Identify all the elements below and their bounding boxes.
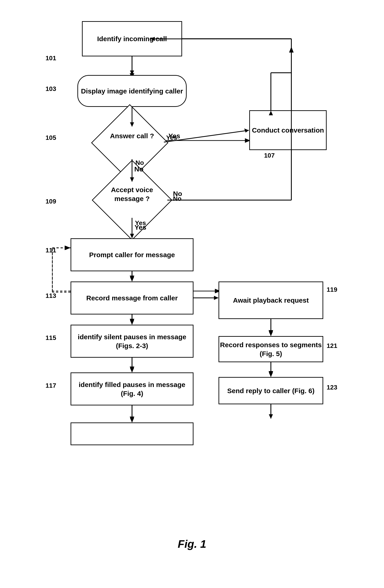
- ref-115: 115: [45, 334, 56, 341]
- ref-111: 111: [45, 247, 56, 254]
- accept-voice-label: Accept voice message ?: [111, 186, 153, 202]
- record-message-label: Record message from caller: [86, 294, 178, 302]
- ref-103: 103: [45, 85, 56, 93]
- ref-117: 117: [45, 382, 56, 389]
- display-image-label: Display image identifying caller: [81, 87, 183, 96]
- ref-109: 109: [45, 198, 56, 205]
- identify-call-label: Identify incoming call: [97, 34, 167, 43]
- svg-marker-12: [289, 47, 294, 53]
- await-playback-box: Await playback request: [219, 281, 323, 319]
- accept-yes-label: Yes: [135, 219, 146, 227]
- figure-caption: Fig. 1: [0, 538, 384, 550]
- accept-voice-diamond-container: Accept voice message ?: [98, 182, 166, 218]
- answer-yes-label: Yes: [166, 134, 177, 141]
- record-responses-box: Record responses to segments (Fig. 5): [219, 336, 323, 362]
- conduct-conversation-label: Conduct conversation: [252, 126, 324, 135]
- identify-filled-label: identify filled pauses in message (Fig. …: [71, 380, 193, 398]
- prompt-caller-label: Prompt caller for message: [89, 250, 175, 259]
- identify-silent-box: identify silent pauses in message (Figs.…: [70, 325, 193, 358]
- answer-call-label: Answer call ?: [110, 132, 154, 140]
- record-responses-label: Record responses to segments (Fig. 5): [219, 340, 322, 358]
- svg-marker-34: [269, 330, 273, 336]
- flow-arrows: [0, 0, 384, 557]
- prompt-caller-box: Prompt caller for message: [70, 238, 193, 271]
- await-playback-label: Await playback request: [233, 296, 309, 305]
- svg-marker-28: [130, 319, 134, 325]
- svg-marker-20: [130, 275, 134, 281]
- svg-marker-30: [130, 367, 134, 373]
- identify-filled-box: identify filled pauses in message (Fig. …: [70, 373, 193, 405]
- accept-no-label: No: [173, 195, 181, 202]
- ref-119: 119: [327, 286, 337, 293]
- identify-silent-label: identify silent pauses in message (Figs.…: [71, 333, 193, 350]
- send-reply-label: Send reply to caller (Fig. 6): [227, 386, 314, 395]
- svg-marker-32: [130, 417, 134, 422]
- send-reply-box: Send reply to caller (Fig. 6): [219, 377, 323, 404]
- flowchart-diagram: Identify incoming call 101 Display image…: [0, 0, 384, 557]
- identify-call-box: Identify incoming call: [82, 21, 182, 56]
- ref-105: 105: [45, 134, 56, 141]
- bottom-box: [70, 422, 193, 445]
- record-message-box: Record message from caller: [70, 281, 193, 315]
- svg-marker-36: [269, 371, 273, 377]
- ref-101: 101: [45, 55, 56, 62]
- ref-113: 113: [45, 292, 56, 299]
- ref-121: 121: [327, 342, 337, 350]
- svg-marker-24: [65, 246, 70, 250]
- ref-123: 123: [327, 384, 337, 391]
- conduct-conversation-box: Conduct conversation: [249, 110, 327, 150]
- answer-call-diamond-container: Answer call ?: [100, 125, 164, 161]
- ref-107: 107: [264, 152, 275, 159]
- display-image-box: Display image identifying caller: [77, 75, 187, 107]
